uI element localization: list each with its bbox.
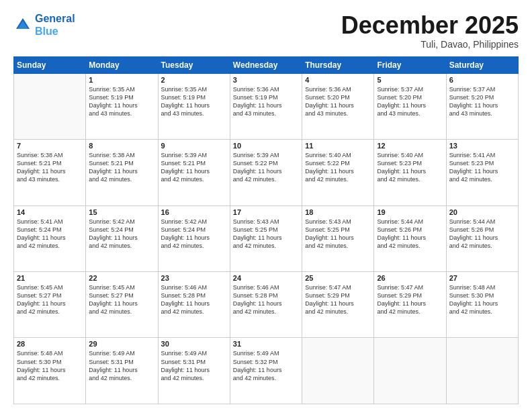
day-number: 18 xyxy=(305,208,371,216)
weekday-header: Wednesday xyxy=(230,56,302,73)
day-number: 28 xyxy=(17,340,83,348)
header: GeneralBlue December 2025 Tuli, Davao, P… xyxy=(13,12,519,50)
page: GeneralBlue December 2025 Tuli, Davao, P… xyxy=(0,0,532,411)
calendar-cell: 7Sunrise: 5:38 AM Sunset: 5:21 PM Daylig… xyxy=(14,140,86,205)
calendar-cell: 22Sunrise: 5:45 AM Sunset: 5:27 PM Dayli… xyxy=(86,272,158,338)
weekday-header: Friday xyxy=(374,56,446,73)
day-info: Sunrise: 5:40 AM Sunset: 5:22 PM Dayligh… xyxy=(305,151,371,184)
day-number: 7 xyxy=(17,142,83,150)
calendar-cell: 5Sunrise: 5:37 AM Sunset: 5:20 PM Daylig… xyxy=(374,73,446,139)
day-number: 22 xyxy=(89,274,154,282)
day-info: Sunrise: 5:43 AM Sunset: 5:25 PM Dayligh… xyxy=(233,218,299,250)
day-info: Sunrise: 5:36 AM Sunset: 5:20 PM Dayligh… xyxy=(305,85,371,118)
day-info: Sunrise: 5:45 AM Sunset: 5:27 PM Dayligh… xyxy=(17,283,83,316)
logo-text: GeneralBlue xyxy=(35,12,75,38)
day-info: Sunrise: 5:48 AM Sunset: 5:30 PM Dayligh… xyxy=(17,349,83,382)
day-info: Sunrise: 5:46 AM Sunset: 5:28 PM Dayligh… xyxy=(233,283,299,316)
calendar-cell: 29Sunrise: 5:49 AM Sunset: 5:31 PM Dayli… xyxy=(86,338,158,404)
calendar-cell: 28Sunrise: 5:48 AM Sunset: 5:30 PM Dayli… xyxy=(14,338,86,404)
calendar-week-row: 7Sunrise: 5:38 AM Sunset: 5:21 PM Daylig… xyxy=(14,140,519,205)
calendar-cell: 19Sunrise: 5:44 AM Sunset: 5:26 PM Dayli… xyxy=(374,205,446,271)
calendar-cell: 4Sunrise: 5:36 AM Sunset: 5:20 PM Daylig… xyxy=(302,73,374,139)
day-info: Sunrise: 5:49 AM Sunset: 5:31 PM Dayligh… xyxy=(161,349,227,382)
day-info: Sunrise: 5:38 AM Sunset: 5:21 PM Dayligh… xyxy=(89,151,154,184)
day-number: 26 xyxy=(377,274,443,282)
day-number: 25 xyxy=(305,274,371,282)
day-number: 16 xyxy=(161,208,227,216)
calendar-week-row: 1Sunrise: 5:35 AM Sunset: 5:19 PM Daylig… xyxy=(14,73,519,139)
calendar-cell: 16Sunrise: 5:42 AM Sunset: 5:24 PM Dayli… xyxy=(158,205,230,271)
day-number: 12 xyxy=(377,142,443,150)
weekday-header: Monday xyxy=(86,56,158,73)
day-number: 17 xyxy=(233,208,299,216)
weekday-header: Tuesday xyxy=(158,56,230,73)
calendar-cell: 26Sunrise: 5:47 AM Sunset: 5:29 PM Dayli… xyxy=(374,272,446,338)
calendar-table: SundayMondayTuesdayWednesdayThursdayFrid… xyxy=(13,56,519,404)
calendar-cell: 15Sunrise: 5:42 AM Sunset: 5:24 PM Dayli… xyxy=(86,205,158,271)
calendar-cell: 18Sunrise: 5:43 AM Sunset: 5:25 PM Dayli… xyxy=(302,205,374,271)
calendar-week-row: 14Sunrise: 5:41 AM Sunset: 5:24 PM Dayli… xyxy=(14,205,519,271)
day-info: Sunrise: 5:47 AM Sunset: 5:29 PM Dayligh… xyxy=(377,283,443,316)
day-info: Sunrise: 5:42 AM Sunset: 5:24 PM Dayligh… xyxy=(89,218,154,250)
day-number: 10 xyxy=(233,142,299,150)
day-number: 19 xyxy=(377,208,443,216)
day-info: Sunrise: 5:44 AM Sunset: 5:26 PM Dayligh… xyxy=(377,218,443,250)
day-number: 8 xyxy=(89,142,154,150)
day-info: Sunrise: 5:44 AM Sunset: 5:26 PM Dayligh… xyxy=(449,218,515,250)
day-number: 20 xyxy=(449,208,515,216)
calendar-cell: 30Sunrise: 5:49 AM Sunset: 5:31 PM Dayli… xyxy=(158,338,230,404)
calendar-cell: 2Sunrise: 5:35 AM Sunset: 5:19 PM Daylig… xyxy=(158,73,230,139)
day-info: Sunrise: 5:49 AM Sunset: 5:31 PM Dayligh… xyxy=(89,349,154,382)
calendar-cell: 23Sunrise: 5:46 AM Sunset: 5:28 PM Dayli… xyxy=(158,272,230,338)
day-number: 29 xyxy=(89,340,154,348)
calendar-cell: 21Sunrise: 5:45 AM Sunset: 5:27 PM Dayli… xyxy=(14,272,86,338)
day-info: Sunrise: 5:40 AM Sunset: 5:23 PM Dayligh… xyxy=(377,151,443,184)
day-info: Sunrise: 5:41 AM Sunset: 5:23 PM Dayligh… xyxy=(449,151,515,184)
calendar-cell: 27Sunrise: 5:48 AM Sunset: 5:30 PM Dayli… xyxy=(446,272,518,338)
calendar-cell xyxy=(446,338,518,404)
calendar-cell: 11Sunrise: 5:40 AM Sunset: 5:22 PM Dayli… xyxy=(302,140,374,205)
day-number: 15 xyxy=(89,208,154,216)
calendar-cell: 17Sunrise: 5:43 AM Sunset: 5:25 PM Dayli… xyxy=(230,205,302,271)
calendar-cell: 1Sunrise: 5:35 AM Sunset: 5:19 PM Daylig… xyxy=(86,73,158,139)
day-info: Sunrise: 5:35 AM Sunset: 5:19 PM Dayligh… xyxy=(89,85,154,118)
day-number: 14 xyxy=(17,208,83,216)
day-info: Sunrise: 5:36 AM Sunset: 5:19 PM Dayligh… xyxy=(233,85,299,118)
day-info: Sunrise: 5:47 AM Sunset: 5:29 PM Dayligh… xyxy=(305,283,371,316)
title-block: December 2025 Tuli, Davao, Philippines xyxy=(341,12,519,50)
day-number: 2 xyxy=(161,76,227,84)
month-title: December 2025 xyxy=(341,12,519,39)
calendar-cell: 25Sunrise: 5:47 AM Sunset: 5:29 PM Dayli… xyxy=(302,272,374,338)
day-number: 6 xyxy=(449,76,515,84)
day-info: Sunrise: 5:42 AM Sunset: 5:24 PM Dayligh… xyxy=(161,218,227,250)
calendar-week-row: 28Sunrise: 5:48 AM Sunset: 5:30 PM Dayli… xyxy=(14,338,519,404)
weekday-header: Thursday xyxy=(302,56,374,73)
day-number: 27 xyxy=(449,274,515,282)
day-info: Sunrise: 5:43 AM Sunset: 5:25 PM Dayligh… xyxy=(305,218,371,250)
calendar-cell: 3Sunrise: 5:36 AM Sunset: 5:19 PM Daylig… xyxy=(230,73,302,139)
calendar-week-row: 21Sunrise: 5:45 AM Sunset: 5:27 PM Dayli… xyxy=(14,272,519,338)
calendar-cell: 20Sunrise: 5:44 AM Sunset: 5:26 PM Dayli… xyxy=(446,205,518,271)
day-number: 23 xyxy=(161,274,227,282)
day-info: Sunrise: 5:46 AM Sunset: 5:28 PM Dayligh… xyxy=(161,283,227,316)
day-number: 4 xyxy=(305,76,371,84)
calendar-cell xyxy=(14,73,86,139)
day-info: Sunrise: 5:49 AM Sunset: 5:32 PM Dayligh… xyxy=(233,349,299,382)
day-info: Sunrise: 5:39 AM Sunset: 5:22 PM Dayligh… xyxy=(233,151,299,184)
calendar-cell: 9Sunrise: 5:39 AM Sunset: 5:21 PM Daylig… xyxy=(158,140,230,205)
calendar-cell: 31Sunrise: 5:49 AM Sunset: 5:32 PM Dayli… xyxy=(230,338,302,404)
day-number: 11 xyxy=(305,142,371,150)
calendar-cell xyxy=(302,338,374,404)
calendar-cell: 10Sunrise: 5:39 AM Sunset: 5:22 PM Dayli… xyxy=(230,140,302,205)
calendar-header-row: SundayMondayTuesdayWednesdayThursdayFrid… xyxy=(14,56,519,73)
day-info: Sunrise: 5:39 AM Sunset: 5:21 PM Dayligh… xyxy=(161,151,227,184)
calendar-cell: 24Sunrise: 5:46 AM Sunset: 5:28 PM Dayli… xyxy=(230,272,302,338)
day-number: 3 xyxy=(233,76,299,84)
day-info: Sunrise: 5:48 AM Sunset: 5:30 PM Dayligh… xyxy=(449,283,515,316)
weekday-header: Saturday xyxy=(446,56,518,73)
day-info: Sunrise: 5:37 AM Sunset: 5:20 PM Dayligh… xyxy=(377,85,443,118)
day-info: Sunrise: 5:41 AM Sunset: 5:24 PM Dayligh… xyxy=(17,218,83,250)
weekday-header: Sunday xyxy=(14,56,86,73)
day-number: 21 xyxy=(17,274,83,282)
day-info: Sunrise: 5:45 AM Sunset: 5:27 PM Dayligh… xyxy=(89,283,154,316)
